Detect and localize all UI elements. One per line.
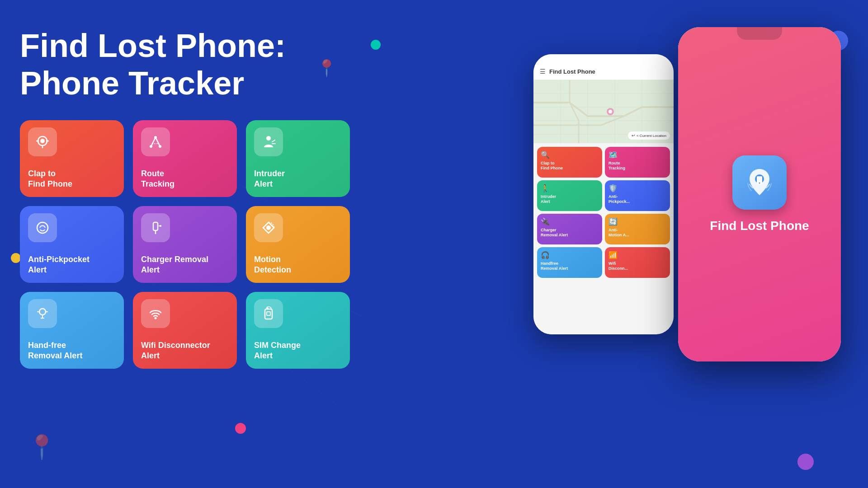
svg-point-42 bbox=[609, 110, 612, 113]
svg-point-28 bbox=[39, 309, 46, 315]
mini-route-label: RouteTracking bbox=[609, 161, 666, 171]
mini-antipickpocket-icon: 🛡️ bbox=[609, 184, 666, 192]
mini-card-route[interactable]: 🗺️ RouteTracking bbox=[605, 147, 670, 178]
feature-card-charger-removal[interactable]: Charger RemovalAlert bbox=[133, 206, 237, 283]
anti-pickpocket-icon bbox=[28, 213, 57, 242]
mini-motion-icon: 🔄 bbox=[609, 217, 666, 226]
mini-clap-icon: 🔍 bbox=[541, 150, 599, 159]
svg-point-45 bbox=[759, 183, 760, 184]
mini-card-intruder[interactable]: 🚶 IntruderAlert bbox=[537, 180, 602, 211]
anti-pickpocket-label: Anti-PickpocketAlert bbox=[28, 254, 90, 276]
feature-card-anti-pickpocket[interactable]: Anti-PickpocketAlert bbox=[20, 206, 124, 283]
mini-card-handfree[interactable]: 🎧 HandfreeRemoval Alert bbox=[537, 247, 602, 278]
deco-circle-purple bbox=[797, 454, 814, 470]
deco-circle-teal bbox=[371, 40, 381, 50]
feature-card-motion-detection[interactable]: MotionDetection bbox=[246, 206, 350, 283]
mini-wifi-label: WifiDisconn... bbox=[609, 261, 666, 271]
sim-change-label: SIM ChangeAlert bbox=[254, 340, 301, 361]
mini-antipickpocket-label: Anti-Pickpock... bbox=[609, 194, 666, 204]
charger-removal-icon bbox=[141, 213, 170, 242]
clap-find-label: Clap toFind Phone bbox=[28, 169, 72, 190]
mini-card-motion[interactable]: 🔄 Anti-Motion A... bbox=[605, 214, 670, 244]
left-content-area: Find Lost Phone: Phone Tracker Clap toFi… bbox=[20, 27, 363, 369]
main-title: Find Lost Phone: Phone Tracker bbox=[20, 27, 363, 102]
route-tracking-icon bbox=[141, 127, 170, 156]
feature-grid: Clap toFind Phone RouteTracking bbox=[20, 120, 363, 369]
mini-charger-icon: 🔌 bbox=[541, 217, 599, 226]
svg-point-21 bbox=[266, 136, 271, 141]
phone-left-notch bbox=[585, 54, 622, 64]
mini-route-icon: 🗺️ bbox=[609, 150, 666, 159]
svg-point-19 bbox=[150, 145, 152, 148]
intruder-alert-icon bbox=[254, 127, 283, 156]
app-header-title: Find Lost Phone bbox=[549, 68, 595, 75]
svg-rect-30 bbox=[265, 309, 272, 319]
app-mini-grid: 🔍 Clap toFind Phone 🗺️ RouteTracking 🚶 I… bbox=[533, 143, 674, 282]
mini-wifi-icon: 📶 bbox=[609, 251, 666, 259]
mini-handfree-icon: 🎧 bbox=[541, 251, 599, 259]
phones-area: ☰ Find Lost Phone bbox=[533, 27, 841, 434]
clap-find-icon bbox=[28, 127, 57, 156]
phone-left: ☰ Find Lost Phone bbox=[533, 54, 674, 334]
motion-detection-icon bbox=[254, 213, 283, 242]
mini-motion-label: Anti-Motion A... bbox=[609, 228, 666, 238]
svg-point-27 bbox=[266, 225, 271, 230]
mini-clap-label: Clap toFind Phone bbox=[541, 161, 599, 171]
feature-card-route-tracking[interactable]: RouteTracking bbox=[133, 120, 237, 197]
svg-point-20 bbox=[159, 145, 161, 148]
mini-card-wifi[interactable]: 📶 WifiDisconn... bbox=[605, 247, 670, 278]
svg-rect-31 bbox=[267, 312, 270, 315]
intruder-alert-label: IntruderAlert bbox=[254, 169, 285, 190]
wifi-disconnector-label: Wifi DisconnectorAlert bbox=[141, 340, 210, 361]
feature-card-clap-find[interactable]: Clap toFind Phone bbox=[20, 120, 124, 197]
feature-card-sim-change[interactable]: SIM ChangeAlert bbox=[246, 292, 350, 369]
svg-rect-23 bbox=[153, 222, 158, 230]
charger-removal-label: Charger RemovalAlert bbox=[141, 254, 208, 276]
svg-point-14 bbox=[40, 139, 45, 143]
splash-title: Find Lost Phone bbox=[710, 219, 809, 233]
svg-point-18 bbox=[154, 136, 157, 139]
phone-right: Find Lost Phone bbox=[678, 27, 841, 361]
mini-card-charger[interactable]: 🔌 ChargerRemoval Alert bbox=[537, 214, 602, 244]
feature-card-handfree-removal[interactable]: Hand-freeRemoval Alert bbox=[20, 292, 124, 369]
feature-card-wifi-disconnector[interactable]: Wifi DisconnectorAlert bbox=[133, 292, 237, 369]
mini-card-clap[interactable]: 🔍 Clap toFind Phone bbox=[537, 147, 602, 178]
mini-handfree-label: HandfreeRemoval Alert bbox=[541, 261, 599, 271]
deco-circle-pink bbox=[235, 423, 246, 434]
route-tracking-label: RouteTracking bbox=[141, 169, 175, 190]
mini-card-antipickpocket[interactable]: 🛡️ Anti-Pickpock... bbox=[605, 180, 670, 211]
svg-point-22 bbox=[37, 222, 48, 233]
hamburger-icon: ☰ bbox=[540, 68, 546, 75]
deco-pin-bottom: 📍 bbox=[27, 433, 57, 461]
wifi-disconnector-icon bbox=[141, 299, 170, 328]
current-location-btn[interactable]: ↩ < Current Location bbox=[628, 131, 670, 140]
handfree-removal-label: Hand-freeRemoval Alert bbox=[28, 340, 82, 361]
handfree-removal-icon bbox=[28, 299, 57, 328]
mini-charger-label: ChargerRemoval Alert bbox=[541, 228, 599, 238]
feature-card-intruder-alert[interactable]: IntruderAlert bbox=[246, 120, 350, 197]
app-icon-large bbox=[732, 155, 787, 210]
app-map-area: ↩ < Current Location bbox=[533, 80, 674, 143]
motion-detection-label: MotionDetection bbox=[254, 254, 291, 276]
svg-point-29 bbox=[155, 317, 157, 319]
phone-right-notch bbox=[737, 27, 782, 40]
mini-intruder-icon: 🚶 bbox=[541, 184, 599, 192]
deco-circle-yellow bbox=[11, 253, 21, 263]
mini-intruder-label: IntruderAlert bbox=[541, 194, 599, 204]
svg-point-26 bbox=[160, 225, 161, 227]
sim-change-icon bbox=[254, 299, 283, 328]
